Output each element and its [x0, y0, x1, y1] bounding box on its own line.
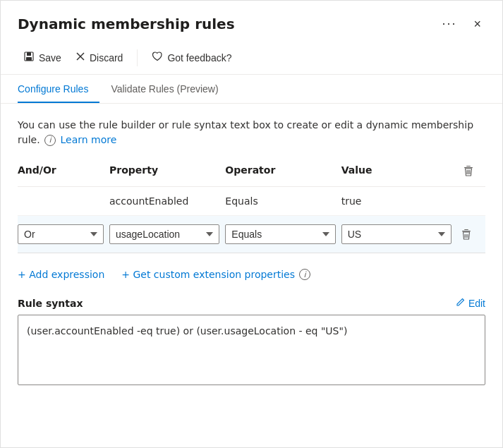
- toolbar: Save Discard Got feedback?: [1, 41, 502, 75]
- value-select[interactable]: US UK CA: [341, 224, 452, 244]
- property-cell: usageLocation accountEnabled: [109, 222, 225, 247]
- static-operator: Equals: [225, 193, 341, 210]
- static-value: true: [341, 193, 457, 210]
- feedback-label: Got feedback?: [167, 52, 231, 63]
- info-icon-custom: i: [299, 269, 310, 280]
- edit-label: Edit: [468, 298, 485, 309]
- static-andor: [18, 198, 109, 204]
- save-icon: [23, 51, 35, 64]
- rule-syntax-header: Rule syntax Edit: [18, 297, 485, 309]
- interactive-trash-cell: [457, 222, 485, 246]
- value-cell: US UK CA: [341, 222, 457, 247]
- add-expression-link[interactable]: + Add expression: [18, 269, 104, 280]
- rule-table: And/Or Property Operator Value: [18, 162, 485, 253]
- col-header-trash: [457, 162, 485, 182]
- rule-syntax-section: Rule syntax Edit (user.accountEnabled -e…: [18, 297, 485, 385]
- col-header-andor: And/Or: [18, 162, 109, 182]
- close-button[interactable]: ×: [469, 16, 485, 32]
- table-row: Or And usageLocation accountEnabled Equa…: [18, 216, 485, 253]
- rule-syntax-title: Rule syntax: [18, 298, 83, 309]
- description: You can use the rule builder or rule syn…: [18, 118, 485, 147]
- operator-select[interactable]: Equals Not Equals Contains: [225, 224, 335, 244]
- col-header-value: Value: [341, 162, 457, 182]
- toolbar-divider: [137, 49, 138, 66]
- get-custom-label: + Get custom extension properties: [121, 269, 295, 280]
- dialog-header: Dynamic membership rules ··· ×: [1, 1, 502, 41]
- add-actions: + Add expression + Get custom extension …: [18, 262, 485, 294]
- save-label: Save: [39, 52, 61, 63]
- rule-syntax-content: (user.accountEnabled -eq true) or (user.…: [27, 325, 347, 337]
- get-custom-link[interactable]: + Get custom extension properties i: [121, 269, 312, 280]
- col-header-operator: Operator: [225, 162, 341, 182]
- save-button[interactable]: Save: [18, 47, 67, 68]
- tab-configure[interactable]: Configure Rules: [18, 75, 99, 103]
- dialog-title-actions: ··· ×: [437, 15, 485, 32]
- andor-cell: Or And: [18, 222, 109, 247]
- property-select[interactable]: usageLocation accountEnabled: [109, 224, 219, 244]
- delete-row-button[interactable]: [457, 225, 475, 243]
- heart-icon: [152, 51, 163, 64]
- rule-syntax-box: (user.accountEnabled -eq true) or (user.…: [18, 315, 485, 385]
- svg-rect-2: [26, 57, 32, 61]
- andor-select[interactable]: Or And: [18, 224, 104, 244]
- static-trash: [457, 198, 485, 204]
- discard-label: Discard: [90, 52, 123, 63]
- svg-rect-1: [27, 52, 31, 56]
- edit-button[interactable]: Edit: [456, 297, 485, 309]
- edit-icon: [456, 297, 466, 309]
- dialog-title: Dynamic membership rules: [18, 16, 437, 32]
- svg-rect-6: [462, 231, 471, 231]
- table-header: And/Or Property Operator Value: [18, 162, 485, 187]
- info-icon: i: [44, 135, 56, 146]
- col-header-property: Property: [109, 162, 225, 182]
- dialog: Dynamic membership rules ··· × Save: [0, 0, 503, 448]
- learn-more-link[interactable]: Learn more: [61, 134, 117, 145]
- tab-validate[interactable]: Validate Rules (Preview): [111, 75, 229, 103]
- svg-rect-5: [464, 167, 473, 168]
- operator-cell: Equals Not Equals Contains: [225, 222, 341, 247]
- feedback-button[interactable]: Got feedback?: [146, 47, 237, 68]
- discard-button[interactable]: Discard: [70, 47, 128, 68]
- tabs: Configure Rules Validate Rules (Preview): [1, 75, 502, 104]
- trash-header-icon: [462, 168, 475, 179]
- table-row: accountEnabled Equals true: [18, 187, 485, 216]
- static-property: accountEnabled: [109, 193, 225, 210]
- discard-icon: [75, 52, 85, 63]
- content-area: You can use the rule builder or rule syn…: [1, 104, 502, 447]
- more-options-button[interactable]: ···: [437, 15, 461, 32]
